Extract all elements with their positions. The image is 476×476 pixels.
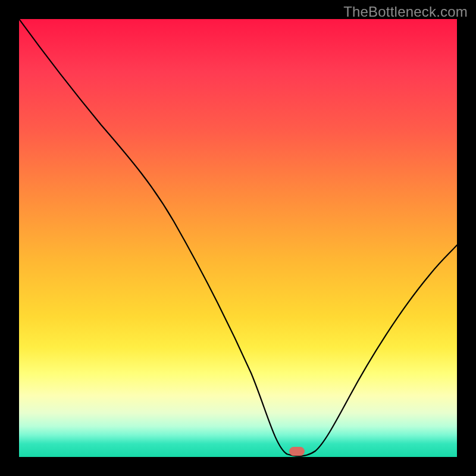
min-marker bbox=[289, 447, 305, 456]
plot-area bbox=[19, 19, 457, 457]
curve-svg bbox=[19, 19, 457, 457]
chart-frame: { "watermark": "TheBottleneck.com", "cha… bbox=[0, 0, 476, 476]
watermark-text: TheBottleneck.com bbox=[343, 4, 468, 20]
bottleneck-curve bbox=[19, 19, 457, 456]
